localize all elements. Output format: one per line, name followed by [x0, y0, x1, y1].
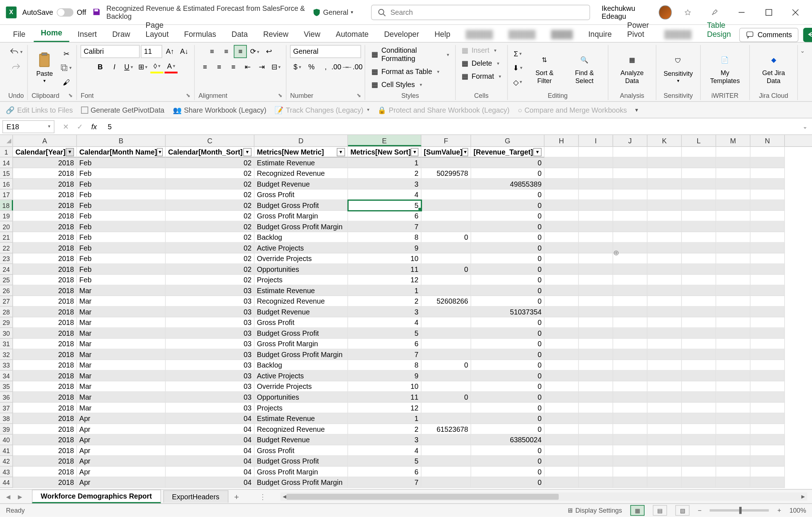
cell[interactable]: 10: [348, 381, 421, 392]
cell[interactable]: Mar: [77, 328, 166, 339]
cell[interactable]: [751, 445, 785, 456]
cell[interactable]: [545, 328, 579, 339]
cell[interactable]: [682, 211, 716, 222]
cell[interactable]: 03: [166, 381, 254, 392]
cell[interactable]: [579, 424, 613, 435]
maximize-button[interactable]: [758, 4, 779, 21]
cell[interactable]: Recognized Revenue: [254, 424, 348, 435]
cell[interactable]: [751, 285, 785, 296]
cell[interactable]: [613, 371, 647, 382]
share-button[interactable]: [803, 28, 812, 42]
decrease-indent-button[interactable]: ⇤: [241, 60, 254, 73]
table-column-header[interactable]: Calendar[Month_Sort]▾: [166, 147, 254, 158]
cell[interactable]: [716, 445, 750, 456]
cell[interactable]: [545, 190, 579, 200]
cell[interactable]: [751, 371, 785, 382]
cell[interactable]: [751, 221, 785, 232]
cell[interactable]: 8: [348, 232, 421, 243]
cell[interactable]: [716, 253, 750, 264]
cell[interactable]: [682, 285, 716, 296]
cell[interactable]: [716, 392, 750, 403]
cell[interactable]: [716, 328, 750, 339]
cell[interactable]: [751, 275, 785, 286]
cell[interactable]: Apr: [77, 456, 166, 467]
cell[interactable]: [716, 211, 750, 222]
tab-data[interactable]: Data: [224, 26, 255, 42]
row-header[interactable]: 1: [0, 147, 13, 158]
cell[interactable]: [579, 285, 613, 296]
cell[interactable]: 2018: [13, 168, 77, 179]
share-workbook-button[interactable]: 👥Share Workbook (Legacy): [173, 106, 266, 114]
cell[interactable]: [647, 456, 682, 467]
cell[interactable]: [545, 424, 579, 435]
cell[interactable]: [545, 307, 579, 318]
cell[interactable]: [716, 317, 750, 328]
cell[interactable]: [579, 296, 613, 307]
cell[interactable]: [422, 349, 471, 360]
cell[interactable]: 2018: [13, 371, 77, 382]
cell[interactable]: 0: [471, 445, 544, 456]
cell[interactable]: [716, 424, 750, 435]
font-color-button[interactable]: A: [165, 60, 178, 73]
cell[interactable]: [545, 200, 579, 211]
cell[interactable]: 0: [471, 371, 544, 382]
cell[interactable]: [579, 339, 613, 349]
increase-font-button[interactable]: A↑: [163, 45, 176, 58]
cell[interactable]: [613, 296, 647, 307]
comments-button[interactable]: Comments: [739, 28, 798, 42]
cell[interactable]: [613, 456, 647, 467]
zoom-slider[interactable]: [710, 509, 769, 512]
cell[interactable]: 49855389: [471, 179, 544, 190]
cell[interactable]: [579, 168, 613, 179]
conditional-formatting-button[interactable]: ▦Conditional Formatting: [369, 45, 451, 64]
cell[interactable]: [647, 371, 682, 382]
cell[interactable]: [716, 264, 750, 275]
cell[interactable]: [545, 179, 579, 190]
row-header[interactable]: 43: [0, 466, 13, 477]
cell[interactable]: 0: [471, 403, 544, 413]
cell[interactable]: Feb: [77, 200, 166, 211]
cell[interactable]: [579, 307, 613, 318]
cell[interactable]: [682, 413, 716, 424]
cell[interactable]: 0: [471, 339, 544, 349]
cell[interactable]: 0: [471, 349, 544, 360]
cell[interactable]: [579, 371, 613, 382]
cell[interactable]: 03: [166, 296, 254, 307]
cell[interactable]: Backlog: [254, 232, 348, 243]
horizontal-scrollbar[interactable]: ◄ ►: [280, 492, 807, 501]
cell[interactable]: 03: [166, 285, 254, 296]
cell[interactable]: [647, 349, 682, 360]
cell[interactable]: [647, 317, 682, 328]
cell[interactable]: [751, 466, 785, 477]
cell[interactable]: [716, 339, 750, 349]
tab-automate[interactable]: Automate: [329, 26, 376, 42]
cell[interactable]: 0: [471, 211, 544, 222]
cell[interactable]: [682, 147, 716, 158]
cell[interactable]: [647, 147, 682, 158]
cell[interactable]: [545, 360, 579, 371]
cell[interactable]: [613, 253, 647, 264]
cell[interactable]: 04: [166, 424, 254, 435]
cell[interactable]: [647, 296, 682, 307]
row-header[interactable]: 17: [0, 190, 13, 200]
cell[interactable]: [682, 445, 716, 456]
cell[interactable]: [716, 435, 750, 446]
align-top-button[interactable]: ≡: [206, 45, 219, 58]
cell[interactable]: [647, 157, 682, 168]
filter-button[interactable]: ▾: [157, 148, 163, 156]
cell[interactable]: 03: [166, 328, 254, 339]
align-right-button[interactable]: ≡: [227, 60, 240, 73]
cell[interactable]: 02: [166, 157, 254, 168]
cell[interactable]: [647, 413, 682, 424]
cell[interactable]: 6: [348, 466, 421, 477]
cell[interactable]: [647, 360, 682, 371]
analyze-data-button[interactable]: ▦Analyze Data: [612, 48, 652, 87]
cell[interactable]: Active Projects: [254, 371, 348, 382]
cell[interactable]: [716, 232, 750, 243]
cell[interactable]: [716, 168, 750, 179]
cell[interactable]: [647, 179, 682, 190]
cell[interactable]: [579, 477, 613, 488]
cell[interactable]: 0: [471, 190, 544, 200]
row-header[interactable]: 38: [0, 413, 13, 424]
cell[interactable]: [545, 445, 579, 456]
